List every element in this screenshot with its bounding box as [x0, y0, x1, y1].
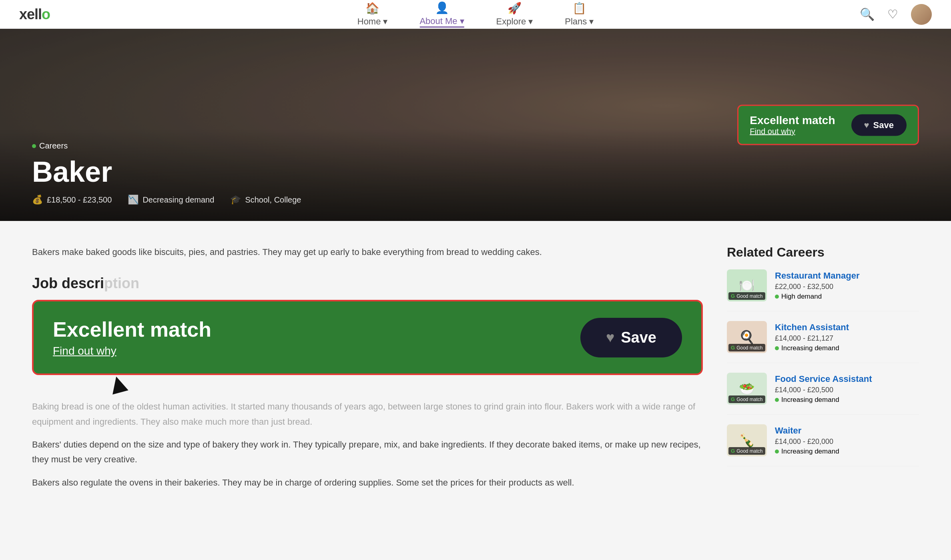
save-button-big[interactable]: ♥ Save: [580, 318, 682, 357]
breadcrumb-label[interactable]: Careers: [39, 141, 68, 151]
demand-text-food-service: Increasing demand: [781, 396, 839, 404]
education-icon: 🎓: [230, 195, 241, 205]
match-badge-food-service: G Good match: [728, 395, 765, 403]
related-careers-list: 🍽️ G Good match Restaurant Manager £22,0…: [727, 269, 919, 466]
intro-description: Bakers make baked goods like biscuits, p…: [32, 245, 703, 259]
career-salary-waiter: £14,000 - £20,000: [775, 438, 839, 446]
related-thumb-icon-kitchen: 🍳: [739, 329, 755, 345]
related-item-kitchen-assistant: 🍳 G Good match Kitchen Assistant £14,000…: [727, 321, 919, 363]
salary-value: £18,500 - £23,500: [47, 195, 112, 205]
plans-icon: 📋: [572, 2, 586, 15]
demand-text-waiter: Increasing demand: [781, 448, 839, 456]
explore-chevron-icon: ▾: [528, 16, 533, 27]
nav-explore[interactable]: 🚀 Explore ▾: [496, 2, 533, 27]
demand-badge-food-service: Increasing demand: [775, 396, 872, 404]
demand-text-kitchen: Increasing demand: [781, 344, 839, 352]
related-info-restaurant: Restaurant Manager £22,000 - £32,500 Hig…: [775, 271, 860, 301]
main-content: Bakers make baked goods like biscuits, p…: [0, 221, 951, 522]
related-careers-title: Related Careers: [727, 245, 919, 260]
related-thumb-kitchen-assistant: 🍳 G Good match: [727, 321, 767, 353]
save-label-hero: Save: [873, 120, 894, 130]
body-para-3: Bakers also regulate the ovens in their …: [32, 475, 703, 490]
favorites-icon[interactable]: ♡: [887, 7, 898, 21]
demand-dot-food-service: [775, 398, 779, 402]
demand-text-restaurant: High demand: [781, 293, 822, 301]
heart-icon-hero: ♥: [864, 120, 869, 130]
demand-badge-restaurant: High demand: [775, 293, 860, 301]
nav-plans[interactable]: 📋 Plans ▾: [565, 2, 594, 27]
match-badge-restaurant: G Good match: [728, 292, 765, 300]
related-thumb-icon-restaurant: 🍽️: [739, 278, 755, 293]
avatar-image: [911, 4, 932, 25]
home-icon: 🏠: [365, 2, 379, 15]
demand-dot-kitchen: [775, 346, 779, 350]
nav-right: 🔍 ♡: [860, 4, 932, 25]
career-link-kitchen-assistant[interactable]: Kitchen Assistant: [775, 322, 849, 332]
find-out-why-big[interactable]: Find out why: [53, 345, 211, 357]
match-box-big: Excellent match Find out why ♥ Save: [32, 300, 703, 375]
career-link-waiter[interactable]: Waiter: [775, 426, 801, 436]
about-me-icon: 👤: [435, 1, 449, 14]
related-info-food-service: Food Service Assistant £14,000 - £20,500…: [775, 374, 872, 404]
education-value: School, College: [245, 195, 301, 205]
save-label-big: Save: [621, 329, 656, 346]
page-title: Baker: [32, 155, 919, 188]
demand-dot-waiter: [775, 450, 779, 454]
save-button-hero[interactable]: ♥ Save: [851, 114, 907, 136]
match-box-hero: Excellent match Find out why ♥ Save: [737, 105, 919, 145]
related-info-kitchen: Kitchen Assistant £14,000 - £21,127 Incr…: [775, 322, 849, 352]
match-title-big: Excellent match: [53, 317, 211, 341]
salary-icon: 💰: [32, 195, 43, 205]
hero-section: Careers Baker 💰 £18,500 - £23,500 📉 Decr…: [0, 29, 951, 221]
related-thumb-waiter: 🍾 G Good match: [727, 424, 767, 456]
education-meta: 🎓 School, College: [230, 195, 301, 205]
search-icon[interactable]: 🔍: [860, 7, 875, 21]
find-out-why-hero[interactable]: Find out why: [750, 127, 835, 136]
career-salary-restaurant: £22,000 - £32,500: [775, 283, 860, 291]
nav-plans-label: Plans: [565, 16, 587, 27]
explore-icon: 🚀: [508, 2, 522, 15]
match-text-hero: Excellent match Find out why: [750, 114, 835, 136]
breadcrumb-dot: [32, 144, 36, 148]
nav-home[interactable]: 🏠 Home ▾: [357, 2, 388, 27]
related-item-waiter: 🍾 G Good match Waiter £14,000 - £20,000 …: [727, 424, 919, 466]
nav-center: 🏠 Home ▾ 👤 About Me ▾ 🚀 Explore ▾ 📋 Plan…: [357, 1, 594, 28]
match-badge-waiter: G Good match: [728, 447, 765, 455]
career-link-food-service[interactable]: Food Service Assistant: [775, 374, 872, 384]
about-me-chevron-icon: ▾: [460, 16, 464, 26]
career-salary-food-service: £14,000 - £20,500: [775, 386, 872, 394]
match-text-big: Excellent match Find out why: [53, 317, 211, 357]
content-left: Bakers make baked goods like biscuits, p…: [32, 245, 703, 498]
related-thumb-restaurant-manager: 🍽️ G Good match: [727, 269, 767, 301]
hero-meta: 💰 £18,500 - £23,500 📉 Decreasing demand …: [32, 195, 919, 205]
nav-explore-label: Explore: [496, 16, 526, 27]
logo[interactable]: xello: [19, 6, 50, 23]
career-link-restaurant-manager[interactable]: Restaurant Manager: [775, 271, 860, 281]
career-salary-kitchen: £14,000 - £21,127: [775, 334, 849, 343]
match-title-hero: Excellent match: [750, 114, 835, 127]
demand-meta: 📉 Decreasing demand: [128, 195, 214, 205]
related-info-waiter: Waiter £14,000 - £20,000 Increasing dema…: [775, 426, 839, 456]
related-thumb-icon-food-service: 🥗: [739, 381, 755, 396]
navbar: xello 🏠 Home ▾ 👤 About Me ▾ 🚀 Explore ▾ …: [0, 0, 951, 29]
nav-home-label: Home: [357, 16, 381, 27]
salary-meta: 💰 £18,500 - £23,500: [32, 195, 112, 205]
nav-about-me[interactable]: 👤 About Me ▾: [419, 1, 464, 28]
body-para-1: Baking bread is one of the oldest human …: [32, 399, 703, 429]
demand-badge-waiter: Increasing demand: [775, 448, 839, 456]
body-para-2: Bakers' duties depend on the size and ty…: [32, 437, 703, 467]
related-thumb-icon-waiter: 🍾: [739, 433, 755, 448]
content-right: Related Careers 🍽️ G Good match Restaura…: [727, 245, 919, 498]
heart-icon-big: ♥: [606, 329, 614, 346]
related-item-food-service: 🥗 G Good match Food Service Assistant £1…: [727, 373, 919, 415]
demand-badge-kitchen: Increasing demand: [775, 344, 849, 352]
job-description-title: Job description: [32, 275, 703, 292]
nav-about-me-label: About Me: [419, 16, 457, 26]
demand-value: Decreasing demand: [142, 195, 214, 205]
avatar[interactable]: [911, 4, 932, 25]
home-chevron-icon: ▾: [383, 16, 387, 27]
match-badge-kitchen: G Good match: [728, 344, 765, 351]
demand-dot-restaurant: [775, 295, 779, 299]
demand-icon: 📉: [128, 195, 138, 205]
plans-chevron-icon: ▾: [589, 16, 594, 27]
